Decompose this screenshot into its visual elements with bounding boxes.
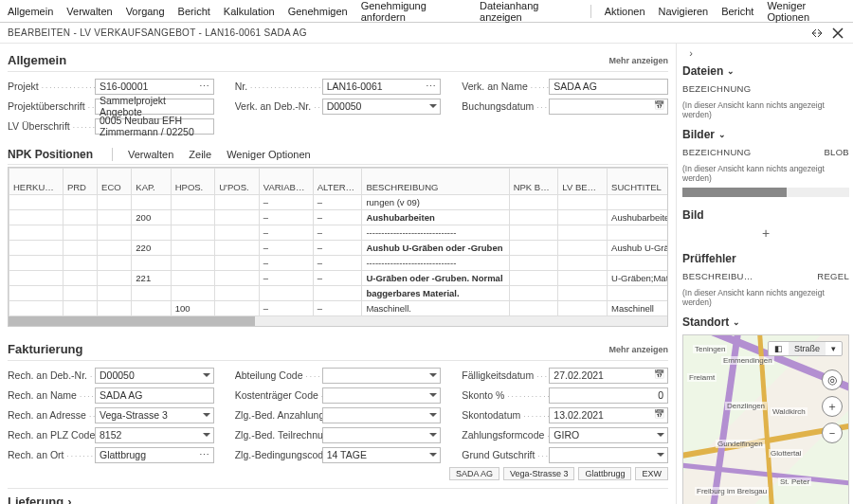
table-row[interactable]: 220––Aushub U-Gräben oder -GrubenAushub … — [9, 241, 668, 256]
col-header: BESCHREIBU… — [682, 271, 766, 281]
section-lieferung[interactable]: Lieferung› — [8, 488, 668, 504]
field-label: LV Überschrift — [8, 120, 95, 132]
col-header: BEZEICHNUNG — [682, 147, 766, 157]
grid-col-header[interactable]: HERKUN… — [9, 169, 64, 195]
menu-item[interactable]: Bericht — [721, 6, 753, 17]
field-input[interactable]: SADA AG — [95, 387, 214, 404]
grid-col-header[interactable]: KAP. — [132, 169, 171, 195]
section-title: Allgemein — [8, 53, 66, 67]
menu-item[interactable]: Verwalten — [66, 6, 112, 17]
grid-col-header[interactable]: ALTERN. VAR. ERL. — [313, 169, 362, 195]
grid-col-header[interactable]: NPK BEGINN UNTERN… — [509, 169, 558, 195]
menu-item[interactable]: Vorgang — [126, 6, 165, 17]
map-zoom-in-button[interactable]: ＋ — [822, 396, 843, 417]
chip[interactable]: EXW — [635, 467, 668, 480]
map-city-label: Freiburg im Breisgau — [695, 487, 769, 495]
menu-item[interactable]: Kalkulation — [224, 6, 275, 17]
field-label: Zlg.-Bed. Teilrechnung — [235, 429, 322, 441]
projekt-input[interactable]: S16-00001 — [95, 79, 214, 95]
field-input[interactable]: 13.02.2021 — [549, 407, 668, 423]
npk-toolbar: NPK Positionen Verwalten Zeile Weniger O… — [8, 144, 668, 165]
field-input[interactable] — [322, 387, 442, 404]
grid-col-header[interactable]: VARIABLE… — [259, 169, 313, 195]
verk-deb-input[interactable]: D00050 — [322, 99, 442, 115]
verk-name-input[interactable]: SADA AG — [549, 79, 668, 95]
grid-col-header[interactable]: ECO — [98, 169, 132, 195]
menu-item[interactable]: Bericht — [178, 6, 210, 17]
add-image-button[interactable]: + — [682, 224, 849, 246]
grid-col-header[interactable]: SUCHTITEL — [608, 169, 667, 195]
chip[interactable]: SADA AG — [449, 467, 499, 480]
factbox-toggle-icon[interactable]: › — [682, 47, 699, 59]
npk-menu-item[interactable]: Weniger Optionen — [227, 149, 310, 160]
field-input[interactable]: D00050 — [95, 368, 214, 384]
grid-col-header[interactable]: PRD — [63, 169, 97, 195]
grid-col-header[interactable]: LV BEGINN UNTERN… — [558, 169, 608, 195]
field-input[interactable]: 27.02.2021 — [549, 368, 668, 384]
field-input[interactable]: Glattbrugg — [95, 447, 214, 463]
close-icon[interactable] — [830, 26, 845, 41]
field-label: Rech. an Ort — [8, 449, 95, 460]
field-label: Zahlungsformcode — [462, 429, 549, 441]
table-row[interactable]: ––rungen (v 09) — [9, 195, 668, 210]
npk-heading: NPK Positionen — [8, 148, 113, 161]
factbox-standort[interactable]: Standort⌄ — [682, 310, 849, 331]
field-label: Fälligkeitsdatum — [462, 369, 549, 381]
field-input[interactable] — [322, 427, 442, 443]
field-label: Projekt — [8, 81, 95, 92]
h-scrollbar[interactable] — [682, 188, 849, 197]
npk-grid[interactable]: HERKUN…PRDECOKAP.HPOS.U'POS.VARIABLE…ALT… — [8, 167, 668, 327]
show-more-link[interactable]: Mehr anzeigen — [608, 56, 668, 65]
menu-item[interactable]: Dateianhang anzeigen — [480, 0, 577, 23]
field-input[interactable] — [549, 447, 668, 463]
section-allgemein: Allgemein Mehr anzeigen — [8, 47, 668, 72]
field-input[interactable] — [322, 368, 442, 384]
factbox-dateien[interactable]: Dateien⌄ — [682, 59, 849, 80]
chip[interactable]: Glattbrugg — [578, 467, 631, 480]
menu-item[interactable]: Navigieren — [659, 6, 709, 17]
table-row[interactable]: ––------------------------------ — [9, 225, 668, 241]
factbox-prueffehler[interactable]: Prüffehler — [682, 246, 849, 267]
grid-h-scrollbar[interactable] — [9, 316, 667, 326]
table-row[interactable]: 200––AushubarbeitenAushubarbeiten Kanali… — [9, 210, 668, 225]
menu-item[interactable]: Genehmigung anfordern — [361, 0, 466, 23]
table-row[interactable]: ––------------------------------ — [9, 256, 668, 271]
page-title: BEARBEITEN - LV VERKAUFSANGEBOT - LAN16-… — [8, 27, 307, 38]
projektueberschrift-input[interactable]: Sammelprojekt Angebote — [95, 99, 214, 115]
buchungsdatum-input[interactable] — [549, 99, 668, 115]
map-widget[interactable]: Teningen Emmendingen Freiamt Denzlingen … — [682, 334, 849, 504]
show-more-link[interactable]: Mehr anzeigen — [608, 345, 668, 354]
map-layer-toggle[interactable]: ◧Straße▾ — [768, 341, 843, 356]
factbox-bild[interactable]: Bild — [682, 203, 849, 224]
lvueberschrift-input[interactable]: 0005 Neubau EFH Zimmermann / 02250 — [95, 118, 214, 135]
grid-col-header[interactable]: HPOS. — [171, 169, 215, 195]
menu-item[interactable]: Genehmigen — [288, 6, 348, 17]
map-locate-button[interactable]: ◎ — [822, 369, 843, 390]
menu-item[interactable]: Allgemein — [8, 6, 53, 17]
menu-item[interactable]: Aktionen — [605, 6, 645, 17]
factbox-bilder[interactable]: Bilder⌄ — [682, 122, 849, 143]
section-title: Fakturierung — [8, 342, 82, 356]
table-row[interactable]: 221––U-Gräben oder -Gruben. NormalU-Gräb… — [9, 271, 668, 286]
empty-note: (In dieser Ansicht kann nichts angezeigt… — [682, 161, 849, 186]
collapse-icon[interactable] — [809, 26, 825, 41]
nr-input[interactable]: LAN16-0061 — [322, 79, 442, 95]
field-input[interactable]: 0 — [549, 387, 668, 404]
grid-col-header[interactable]: BESCHREIBUNG — [362, 169, 509, 195]
map-city-label: St. Peter — [778, 477, 811, 486]
field-input[interactable] — [322, 407, 442, 423]
npk-menu-item[interactable]: Verwalten — [128, 149, 173, 160]
chip[interactable]: Vega-Strasse 3 — [503, 467, 575, 480]
empty-note: (In dieser Ansicht kann nichts angezeigt… — [682, 285, 849, 310]
npk-menu-item[interactable]: Zeile — [189, 149, 211, 160]
field-input[interactable]: 8152 — [95, 427, 214, 443]
field-input[interactable]: GIRO — [549, 427, 668, 443]
field-label: Nr. — [235, 81, 322, 92]
field-input[interactable]: 14 TAGE — [322, 447, 442, 463]
table-row[interactable]: baggerbares Material. — [9, 286, 668, 301]
menu-item[interactable]: Weniger Optionen — [767, 0, 845, 23]
map-zoom-out-button[interactable]: － — [822, 423, 843, 443]
field-input[interactable]: Vega-Strasse 3 — [95, 407, 214, 423]
table-row[interactable]: 100––Maschinell.Maschinell1 — [9, 301, 668, 316]
grid-col-header[interactable]: U'POS. — [215, 169, 260, 195]
